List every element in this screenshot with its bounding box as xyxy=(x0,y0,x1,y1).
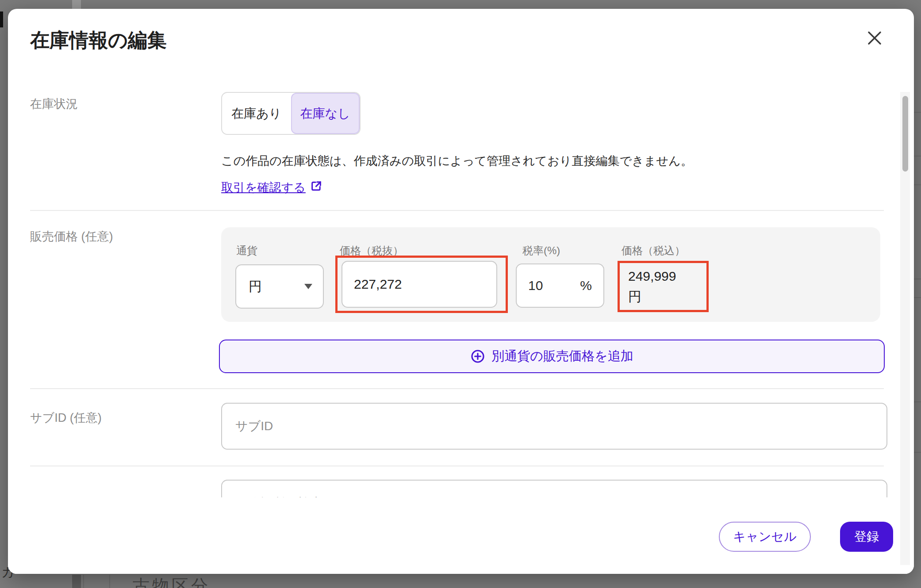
external-link-icon xyxy=(310,180,322,195)
background-scrollbar-fragment xyxy=(72,0,81,9)
sub-id-label: サブID (任意) xyxy=(30,410,102,426)
toggle-option-out-of-stock[interactable]: 在庫なし xyxy=(291,93,360,134)
price-section-label: 販売価格 (任意) xyxy=(30,229,113,244)
stock-status-toggle: 在庫あり 在庫なし xyxy=(221,92,361,135)
price-excl-tax-input[interactable] xyxy=(342,261,497,308)
close-icon xyxy=(866,30,883,48)
price-incl-tax-value: 249,999 円 xyxy=(628,266,676,307)
close-button[interactable] xyxy=(863,27,886,50)
background-row-line xyxy=(914,184,921,185)
chevron-down-icon xyxy=(304,284,312,289)
background-column-fragment xyxy=(72,575,81,588)
divider xyxy=(30,210,884,211)
tax-rate-label: 税率(%) xyxy=(522,244,560,258)
tax-rate-input[interactable]: 10 % xyxy=(516,263,604,308)
price-incl-tax-amount: 249,999 xyxy=(628,266,676,286)
cancel-button-label: キャンセル xyxy=(733,528,796,545)
sub-id-input[interactable] xyxy=(221,403,887,450)
edit-inventory-dialog: 在庫情報の編集 在庫状況 在庫あり 在庫なし この作品の在庫状態は、作成済みの取… xyxy=(8,9,914,574)
background-partial-text: 古物区分 xyxy=(133,575,211,588)
background-row-line xyxy=(914,401,921,402)
add-currency-price-label: 別通貨の販売価格を追加 xyxy=(491,347,633,365)
view-transactions-link[interactable]: 取引を確認する xyxy=(221,179,322,195)
view-transactions-link-label: 取引を確認する xyxy=(221,179,306,195)
currency-selected-value: 円 xyxy=(249,278,262,296)
tax-rate-value: 10 xyxy=(528,278,543,293)
currency-label: 通貨 xyxy=(236,244,257,258)
background-table-line xyxy=(109,575,110,588)
background-row-line xyxy=(914,279,921,279)
stock-status-note: この作品の在庫状態は、作成済みの取引によって管理されており直接編集できません。 xyxy=(221,153,885,169)
background-row-line xyxy=(914,112,921,113)
price-excl-tax-label: 価格（税抜） xyxy=(340,244,403,258)
background-dark-fragment xyxy=(0,11,3,27)
background-table-line xyxy=(83,575,84,588)
dialog-footer: キャンセル 登録 xyxy=(8,497,914,574)
background-row-line xyxy=(914,156,921,157)
background-row-line xyxy=(914,297,921,298)
submit-button[interactable]: 登録 xyxy=(840,522,893,552)
currency-select[interactable]: 円 xyxy=(235,264,324,309)
toggle-option-in-stock[interactable]: 在庫あり xyxy=(222,93,291,134)
plus-circle-icon xyxy=(470,349,485,364)
modal-scrollbar-thumb[interactable] xyxy=(902,96,908,172)
stock-status-label: 在庫状況 xyxy=(30,96,78,112)
background-row-line xyxy=(914,452,921,453)
divider xyxy=(30,466,884,466)
submit-button-label: 登録 xyxy=(854,528,879,545)
tax-rate-unit: % xyxy=(580,278,592,293)
divider xyxy=(30,388,884,389)
add-currency-price-button[interactable]: 別通貨の販売価格を追加 xyxy=(219,340,885,373)
cancel-button[interactable]: キャンセル xyxy=(719,522,811,552)
dialog-title: 在庫情報の編集 xyxy=(30,27,167,53)
price-incl-tax-unit: 円 xyxy=(628,286,676,307)
price-incl-tax-label: 価格（税込） xyxy=(622,244,685,258)
